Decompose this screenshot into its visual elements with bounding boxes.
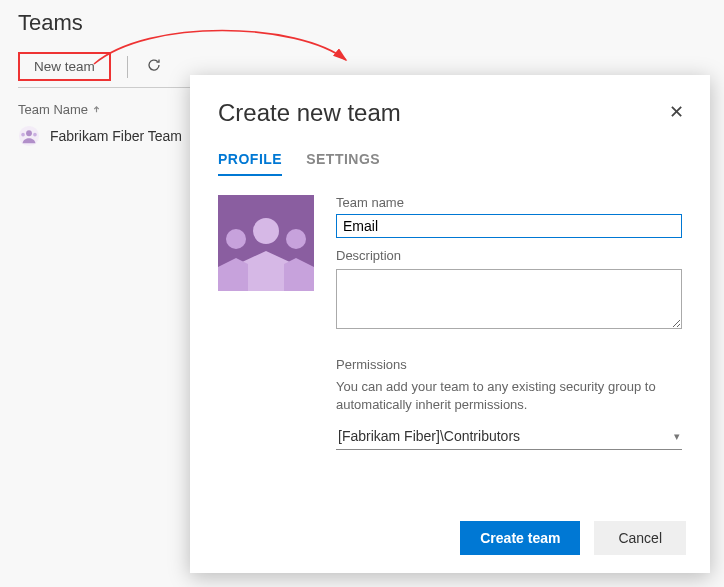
refresh-icon [146, 57, 162, 76]
toolbar-divider [127, 56, 128, 78]
svg-point-5 [253, 218, 279, 244]
new-team-button[interactable]: New team [18, 52, 111, 81]
arrow-up-icon [92, 102, 101, 117]
team-avatar-icon [18, 125, 40, 147]
description-label: Description [336, 248, 682, 263]
team-avatar-picker[interactable] [218, 195, 314, 291]
page-title: Teams [18, 10, 700, 36]
svg-point-2 [21, 133, 25, 137]
description-input[interactable] [336, 269, 682, 329]
dialog-title: Create new team [218, 99, 401, 127]
create-team-button[interactable]: Create team [460, 521, 580, 555]
tab-profile[interactable]: PROFILE [218, 151, 282, 167]
close-button[interactable]: ✕ [663, 99, 690, 125]
column-header-label: Team Name [18, 102, 88, 117]
create-team-dialog: Create new team ✕ PROFILE SETTINGS Team … [190, 75, 710, 573]
close-icon: ✕ [669, 102, 684, 122]
svg-point-3 [33, 133, 37, 137]
refresh-button[interactable] [140, 53, 168, 81]
permissions-selected-value: [Fabrikam Fiber]\Contributors [338, 428, 520, 444]
permissions-select[interactable]: [Fabrikam Fiber]\Contributors ▾ [336, 424, 682, 450]
svg-point-6 [226, 229, 246, 249]
tab-settings[interactable]: SETTINGS [306, 151, 380, 167]
team-name-label: Team name [336, 195, 682, 210]
people-icon [218, 195, 314, 291]
team-name-input[interactable] [336, 214, 682, 238]
team-name-cell: Fabrikam Fiber Team [50, 128, 182, 144]
permissions-label: Permissions [336, 357, 682, 372]
svg-point-7 [286, 229, 306, 249]
cancel-button[interactable]: Cancel [594, 521, 686, 555]
permissions-hint: You can add your team to any existing se… [336, 378, 682, 414]
chevron-down-icon: ▾ [674, 430, 680, 443]
svg-point-1 [26, 130, 32, 136]
